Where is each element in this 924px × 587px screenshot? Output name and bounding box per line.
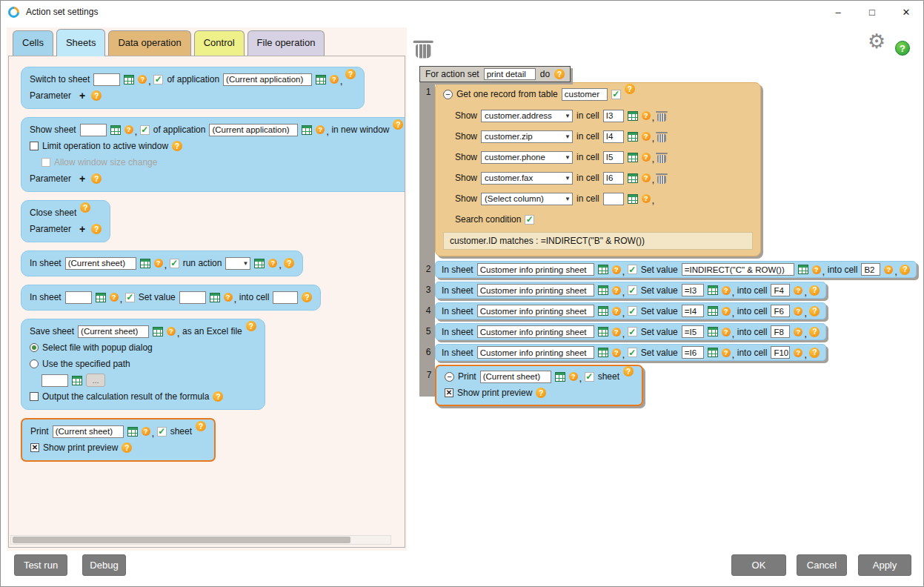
cell-picker-icon[interactable] <box>708 327 718 336</box>
question-mini-icon[interactable]: ? <box>794 286 802 295</box>
help-badge[interactable]: ? <box>623 366 634 377</box>
sheet-name-input[interactable]: (Current sheet) <box>480 371 551 383</box>
cell-input[interactable] <box>603 193 624 205</box>
help-badge[interactable]: ? <box>284 258 294 268</box>
question-mini-icon[interactable]: ? <box>722 286 731 295</box>
sheet-name-input[interactable]: (Current sheet) <box>53 425 124 438</box>
green-check-icon[interactable]: ✓ <box>585 372 594 382</box>
question-mini-icon[interactable]: ? <box>794 348 802 357</box>
cell-picker-icon[interactable] <box>598 348 608 357</box>
cell-picker-icon[interactable] <box>708 306 718 316</box>
question-mini-icon[interactable]: ? <box>154 259 163 268</box>
question-mini-icon[interactable]: ? <box>722 348 731 357</box>
cell-picker-icon[interactable] <box>598 306 608 316</box>
cell-input[interactable]: I5 <box>603 151 624 164</box>
sheet-name-input[interactable]: (Current sheet) <box>78 325 149 338</box>
delete-dropzone-trash-icon[interactable] <box>416 39 431 59</box>
tab-control[interactable]: Control <box>194 30 245 56</box>
question-mini-icon[interactable]: ? <box>642 111 651 120</box>
cell-picker-icon[interactable] <box>110 125 121 135</box>
cell-picker-icon[interactable] <box>127 427 138 437</box>
cell-input[interactable]: F8 <box>771 325 790 338</box>
apply-button[interactable]: Apply <box>858 554 911 576</box>
question-mini-icon[interactable]: ? <box>142 427 150 436</box>
delete-row-trash-icon[interactable] <box>657 131 666 142</box>
delete-row-trash-icon[interactable] <box>657 110 666 122</box>
sheet-name-input[interactable]: Customer info printing sheet <box>477 284 594 296</box>
value-input[interactable]: =INDIRECT("C" & ROW()) <box>682 263 794 276</box>
close-button[interactable]: ✕ <box>889 1 923 23</box>
question-mini-icon[interactable]: ? <box>569 372 578 381</box>
action-set-value[interactable]: In sheet ? ✓ Set value ? into cell ? <box>21 285 321 311</box>
column-dropdown[interactable]: customer.address ▼ <box>481 110 573 122</box>
help-badge[interactable]: ? <box>91 173 102 184</box>
cell-picker-icon[interactable] <box>555 372 565 382</box>
question-mini-icon[interactable]: ? <box>612 348 621 357</box>
help-badge[interactable]: ? <box>91 90 102 101</box>
green-check-icon[interactable]: ✓ <box>628 285 637 295</box>
help-badge[interactable]: ? <box>809 306 820 316</box>
sheet-name-input[interactable] <box>65 291 92 304</box>
specified-path-radio[interactable] <box>30 359 39 368</box>
cell-picker-icon[interactable] <box>598 327 608 336</box>
cell-picker-icon[interactable] <box>598 285 608 295</box>
green-check-icon[interactable]: ✓ <box>170 259 179 268</box>
green-check-icon[interactable]: ✓ <box>153 75 163 84</box>
file-path-input[interactable] <box>41 374 68 387</box>
action-set-value-row[interactable]: 3 In sheet Customer info printing sheet … <box>435 282 826 299</box>
column-dropdown[interactable]: customer.zip ▼ <box>481 130 573 143</box>
help-badge[interactable]: ? <box>809 285 820 296</box>
value-input[interactable]: =I6 <box>682 346 704 359</box>
cell-picker-icon[interactable] <box>72 376 82 385</box>
tab-data-operation[interactable]: Data operation <box>108 30 190 56</box>
cell-picker-icon[interactable] <box>316 75 326 84</box>
table-name-input[interactable]: customer <box>562 88 608 101</box>
column-dropdown[interactable]: customer.phone ▼ <box>481 151 573 164</box>
cell-input[interactable]: F4 <box>771 284 790 296</box>
question-mini-icon[interactable]: ? <box>722 307 731 316</box>
tab-cells[interactable]: Cells <box>13 30 53 56</box>
cell-picker-icon[interactable] <box>140 259 150 268</box>
cell-input[interactable]: F6 <box>771 305 790 317</box>
question-mini-icon[interactable]: ? <box>642 194 651 203</box>
action-get-one-record[interactable]: 1 − Get one record from table customer ✓… <box>435 82 761 256</box>
help-badge[interactable]: ? <box>554 69 565 79</box>
show-print-preview-checkbox[interactable]: ✕ <box>445 388 453 397</box>
green-check-icon[interactable]: ✓ <box>525 215 534 225</box>
delete-row-trash-icon[interactable] <box>657 173 666 184</box>
action-set-value-row[interactable]: 4 In sheet Customer info printing sheet … <box>435 302 826 319</box>
sheet-name-input[interactable]: Customer info printing sheet <box>477 346 594 359</box>
green-check-icon[interactable]: ✓ <box>125 293 135 302</box>
add-parameter-button[interactable]: + <box>79 223 85 235</box>
cell-picker-icon[interactable] <box>708 348 718 357</box>
value-input[interactable] <box>179 291 206 304</box>
help-badge[interactable]: ? <box>122 442 132 453</box>
action-print-sheet[interactable]: 7 − Print (Current sheet) ? ✓ sheet ? ✕ … <box>435 365 643 406</box>
application-input[interactable]: (Current application) <box>209 124 298 136</box>
tab-sheets[interactable]: Sheets <box>56 29 105 56</box>
cell-picker-icon[interactable] <box>210 293 220 302</box>
action-show-sheet[interactable]: Show sheet ? ✓ of application (Current a… <box>21 117 405 192</box>
question-mini-icon[interactable]: ? <box>884 265 893 274</box>
cell-picker-icon[interactable] <box>628 111 638 121</box>
sheet-name-input[interactable]: Customer info printing sheet <box>477 305 594 317</box>
action-set-name-input[interactable]: print detail <box>484 68 536 80</box>
question-mini-icon[interactable]: ? <box>794 328 802 336</box>
help-badge[interactable]: ? <box>302 292 312 302</box>
action-set-value-row[interactable]: 5 In sheet Customer info printing sheet … <box>435 323 826 340</box>
cell-picker-icon[interactable] <box>598 265 608 274</box>
help-badge[interactable]: ? <box>900 265 910 275</box>
cell-input[interactable]: I6 <box>603 172 624 185</box>
column-dropdown[interactable]: (Select column) ▼ <box>481 193 573 205</box>
help-icon[interactable]: ? <box>895 41 910 56</box>
question-mini-icon[interactable]: ? <box>794 307 802 316</box>
question-mini-icon[interactable]: ? <box>138 75 147 84</box>
collapse-icon[interactable]: − <box>443 90 453 99</box>
delete-row-trash-icon[interactable] <box>657 152 666 163</box>
question-mini-icon[interactable]: ? <box>224 293 233 302</box>
help-badge[interactable]: ? <box>625 84 635 94</box>
help-badge[interactable]: ? <box>345 69 356 79</box>
application-input[interactable]: (Current application) <box>223 73 312 86</box>
cell-picker-icon[interactable] <box>124 75 134 84</box>
cell-picker-icon[interactable] <box>628 173 638 183</box>
